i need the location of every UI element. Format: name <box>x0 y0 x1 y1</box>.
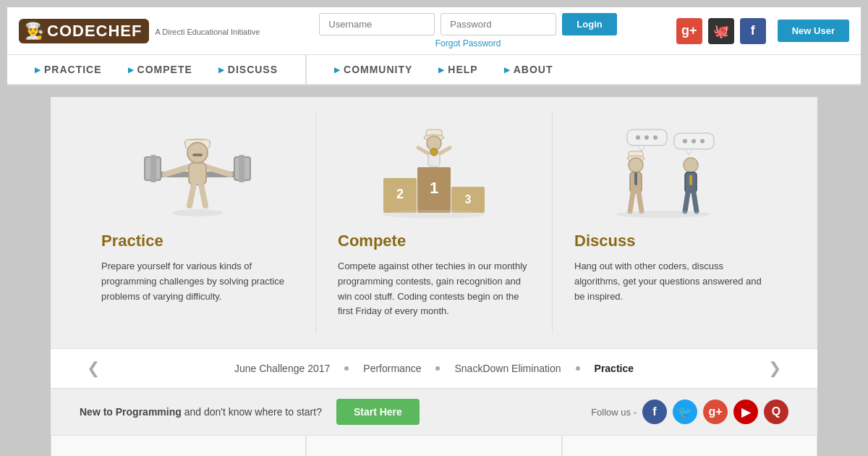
podium-svg: 2 1 3 <box>369 126 499 220</box>
svg-marker-31 <box>638 145 645 151</box>
github-icon[interactable]: 🐙 <box>708 18 734 44</box>
svg-text:1: 1 <box>430 179 438 197</box>
nav-help[interactable]: ▶ HELP <box>425 55 490 84</box>
arrow-icon: ▶ <box>504 66 511 74</box>
svg-point-42 <box>629 158 643 172</box>
svg-point-35 <box>644 135 649 140</box>
carousel-item-1[interactable]: June Challenge 2017 <box>234 363 330 374</box>
logo-area: 👨‍🍳 CODECHEF A Directi Educational Initi… <box>19 19 260 43</box>
youtube-follow-icon[interactable]: ▶ <box>733 400 758 424</box>
main-wrapper: Practice Prepare yourself for various ki… <box>51 97 817 456</box>
svg-point-39 <box>700 139 705 143</box>
nav-compete-label: COMPETE <box>137 64 192 75</box>
new-user-button[interactable]: New User <box>778 20 849 42</box>
carousel-item-2[interactable]: Performance <box>363 363 421 374</box>
svg-point-37 <box>683 139 687 143</box>
login-button[interactable]: Login <box>562 13 616 35</box>
carousel-prev[interactable]: ❮ <box>80 359 107 378</box>
nav-help-label: HELP <box>448 64 477 75</box>
header-inputs: Login <box>319 13 616 35</box>
logo-subtitle: A Directi Educational Initiative <box>155 28 260 36</box>
arrow-icon: ▶ <box>438 66 445 74</box>
svg-text:2: 2 <box>396 187 404 201</box>
nav-community[interactable]: ▶ COMMUNITY <box>321 55 425 84</box>
nav-about[interactable]: ▶ ABOUT <box>491 55 566 84</box>
nav-discuss[interactable]: ▶ DISCUSS <box>205 55 291 84</box>
nav-practice[interactable]: ▶ PRACTICE <box>22 55 115 84</box>
svg-rect-4 <box>239 155 244 182</box>
bottom-card-3 <box>562 435 817 456</box>
follow-text-continue: and don't know where to start? <box>184 406 322 418</box>
logo-text: CODECHEF <box>47 22 142 41</box>
nav-compete[interactable]: ▶ COMPETE <box>115 55 205 84</box>
practice-title: Practice <box>101 232 294 250</box>
facebook-follow-icon[interactable]: f <box>642 400 667 424</box>
carousel-item-3[interactable]: SnackDown Elimination <box>454 363 561 374</box>
svg-line-21 <box>418 148 428 153</box>
svg-line-46 <box>639 193 642 211</box>
nav-discuss-label: DISCUSS <box>228 64 278 75</box>
carousel-items: June Challenge 2017 Performance SnackDow… <box>107 363 761 374</box>
svg-point-52 <box>616 211 710 218</box>
username-input[interactable] <box>319 13 435 35</box>
carousel-dot-3 <box>576 366 580 371</box>
weightlifter-svg <box>136 130 259 216</box>
practice-icon <box>101 126 294 220</box>
header-right: g+ 🐙 f New User <box>676 18 849 44</box>
compete-card: 2 1 3 Compete Compete against other tech… <box>316 111 553 334</box>
compete-icon: 2 1 3 <box>338 126 530 220</box>
svg-rect-12 <box>189 163 206 185</box>
cards-section: Practice Prepare yourself for various ki… <box>51 97 817 348</box>
svg-point-34 <box>636 135 640 140</box>
svg-point-29 <box>383 210 485 219</box>
svg-point-15 <box>172 209 223 216</box>
follow-social: Follow us - f 🐦 g+ ▶ Q <box>591 400 788 424</box>
nav-about-label: ABOUT <box>514 64 553 75</box>
header: 👨‍🍳 CODECHEF A Directi Educational Initi… <box>7 7 861 55</box>
google-plus-icon[interactable]: g+ <box>676 18 702 44</box>
compete-desc: Compete against other techies in our mon… <box>338 259 530 319</box>
carousel-next[interactable]: ❯ <box>761 359 788 378</box>
google-plus-follow-icon[interactable]: g+ <box>703 400 728 424</box>
bottom-card-1 <box>51 435 306 456</box>
follow-label: Follow us - <box>591 407 637 418</box>
svg-marker-33 <box>685 149 692 155</box>
nav-secondary: ▶ COMMUNITY ▶ HELP ▶ ABOUT <box>321 55 566 84</box>
nav-practice-label: PRACTICE <box>44 64 102 75</box>
navigation: ▶ PRACTICE ▶ COMPETE ▶ DISCUSS ▶ COMMUNI… <box>7 55 861 85</box>
password-input[interactable] <box>441 13 556 35</box>
svg-point-38 <box>692 139 696 143</box>
new-programming-bold: New to Programming <box>80 406 182 418</box>
svg-point-47 <box>684 158 698 172</box>
svg-line-51 <box>694 193 697 211</box>
carousel-item-4[interactable]: Practice <box>595 363 634 374</box>
svg-line-50 <box>685 193 688 211</box>
follow-text: New to Programming and don't know where … <box>80 406 322 418</box>
start-here-button[interactable]: Start Here <box>336 399 420 425</box>
discuss-desc: Hang out with other coders, discuss algo… <box>574 259 767 304</box>
facebook-icon[interactable]: f <box>740 18 766 44</box>
svg-line-13 <box>190 185 194 206</box>
svg-rect-2 <box>150 155 156 182</box>
compete-title: Compete <box>338 232 530 250</box>
bottom-cards <box>51 435 817 456</box>
svg-text:3: 3 <box>465 193 472 206</box>
practice-card: Practice Prepare yourself for various ki… <box>80 111 316 334</box>
arrow-icon: ▶ <box>334 66 341 74</box>
svg-rect-49 <box>689 175 692 185</box>
follow-bar: New to Programming and don't know where … <box>51 388 817 435</box>
nav-community-label: COMMUNITY <box>344 64 412 75</box>
svg-point-7 <box>187 143 208 163</box>
header-center: Login Forgot Password <box>319 13 616 48</box>
logo-box: 👨‍🍳 CODECHEF <box>19 19 149 43</box>
chef-icon: 👨‍🍳 <box>25 22 44 41</box>
twitter-follow-icon[interactable]: 🐦 <box>673 400 697 424</box>
quora-follow-icon[interactable]: Q <box>764 400 788 424</box>
carousel-bar: ❮ June Challenge 2017 Performance SnackD… <box>51 348 817 388</box>
carousel-dot-1 <box>344 366 349 371</box>
svg-point-36 <box>653 135 658 140</box>
practice-desc: Prepare yourself for various kinds of pr… <box>101 259 294 304</box>
carousel-dot-2 <box>435 366 440 371</box>
forgot-password-link[interactable]: Forgot Password <box>435 38 501 48</box>
svg-line-45 <box>630 193 633 211</box>
